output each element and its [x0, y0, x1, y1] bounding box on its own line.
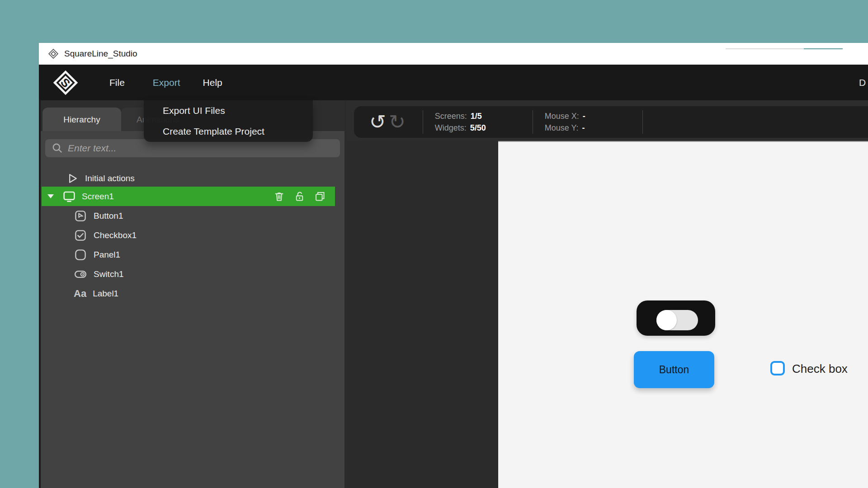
main-area: Hierarchy Animations [39, 100, 868, 488]
tree-item-label: Checkbox1 [94, 230, 137, 240]
tree-item-label: Label1 [93, 289, 118, 299]
screens-label: Screens: [435, 112, 467, 121]
mouse-x-label: Mouse X: [545, 112, 579, 121]
tab-hierarchy[interactable]: Hierarchy [42, 108, 121, 131]
button-widget-icon [74, 209, 87, 223]
tree-item-label: Initial actions [85, 174, 135, 183]
duplicate-icon[interactable] [314, 190, 326, 202]
toolbar-divider [423, 110, 423, 134]
button-widget[interactable]: Button [634, 351, 714, 388]
hierarchy-panel: Hierarchy Animations [41, 100, 344, 488]
tree-item-initial-actions[interactable]: Initial actions [41, 169, 344, 188]
redo-icon[interactable]: ↻ [389, 108, 406, 136]
design-canvas[interactable]: Button Check box [498, 141, 868, 488]
tab-hierarchy-label: Hierarchy [63, 115, 100, 125]
toolbar-strip: ↺ ↻ Screens:1/5 Widgets:5/50 Mouse X:- M… [346, 100, 868, 141]
menu-help[interactable]: Help [203, 77, 222, 88]
checkbox-widget-icon [74, 229, 87, 242]
widgets-value: 5/50 [470, 123, 486, 133]
menu-item-export-ui-files[interactable]: Export UI Files [144, 100, 313, 121]
switch-widget[interactable] [637, 300, 715, 336]
widgets-label: Widgets: [435, 123, 467, 133]
tree-item-label: Screen1 [82, 192, 114, 202]
toolbar-divider [642, 110, 643, 134]
export-dropdown-menu: Export UI Files Create Template Project [144, 100, 313, 142]
checkbox-widget-label: Check box [792, 362, 848, 376]
label-widget-icon: Aa [74, 288, 86, 300]
mouse-x-value: - [583, 112, 585, 121]
tree-item-checkbox1[interactable]: Checkbox1 [41, 225, 344, 245]
window-title: SquareLine_Studio [64, 49, 137, 59]
toolbar-divider [533, 110, 533, 134]
mouse-stats: Mouse X:- Mouse Y:- [545, 112, 617, 133]
mouse-y-value: - [582, 123, 585, 133]
tree-item-label: Panel1 [94, 250, 120, 260]
hierarchy-search[interactable] [45, 139, 340, 157]
switch-track [656, 310, 698, 330]
search-icon [52, 142, 63, 154]
tree-item-button1[interactable]: Button1 [41, 206, 344, 225]
desktop-background: SquareLine_Studio S File Export Help D [0, 0, 868, 488]
hierarchy-content: Initial actions Screen1 [41, 131, 344, 488]
tree-item-label: Button1 [94, 211, 123, 221]
tree-item-panel1[interactable]: Panel1 [41, 245, 344, 264]
mouse-y-label: Mouse Y: [545, 123, 579, 133]
checkbox-widget[interactable] [770, 361, 785, 375]
toolbar: ↺ ↻ Screens:1/5 Widgets:5/50 Mouse X:- M… [354, 106, 868, 138]
menu-export[interactable]: Export [153, 77, 180, 88]
menubar: S File Export Help D [39, 65, 868, 100]
panel-widget-icon [74, 248, 87, 262]
menu-right-clipped[interactable]: D [859, 77, 866, 88]
menu-item-create-template-project[interactable]: Create Template Project [144, 121, 313, 142]
unlock-icon[interactable] [293, 190, 306, 202]
menu-file[interactable]: File [109, 77, 125, 88]
button-widget-label: Button [659, 364, 689, 376]
switch-widget-icon [74, 267, 87, 281]
squareline-logo-icon: S [52, 70, 80, 96]
collapse-caret-icon[interactable] [47, 194, 54, 198]
screen-widget-icon [62, 189, 76, 204]
screens-value: 1/5 [471, 112, 482, 121]
workspace: ↺ ↻ Screens:1/5 Widgets:5/50 Mouse X:- M… [346, 100, 868, 488]
screens-widgets-stats: Screens:1/5 Widgets:5/50 [435, 112, 507, 133]
search-input[interactable] [68, 143, 321, 154]
tree-item-label1[interactable]: Aa Label1 [41, 284, 344, 303]
trash-icon[interactable] [273, 190, 285, 202]
app-diamond-icon [48, 48, 59, 59]
undo-icon[interactable]: ↺ [369, 108, 386, 136]
titlebar-accent-line [804, 48, 843, 49]
tree-item-screen1[interactable]: Screen1 [42, 187, 335, 206]
tree-item-switch1[interactable]: Switch1 [41, 264, 344, 284]
squareline-studio-window: SquareLine_Studio S File Export Help D [39, 43, 868, 488]
tree-item-label: Switch1 [94, 269, 124, 279]
window-titlebar: SquareLine_Studio [39, 43, 868, 65]
play-icon [66, 172, 79, 185]
switch-knob [656, 310, 677, 330]
